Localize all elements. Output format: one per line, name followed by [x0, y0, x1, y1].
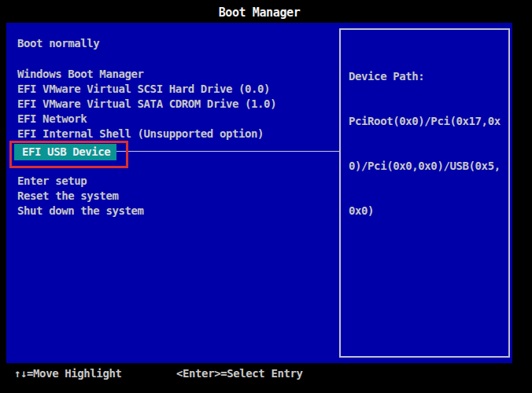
menu-item-efi-internal-shell[interactable]: EFI Internal Shell (Unsupported option) — [17, 128, 264, 140]
move-highlight-hint: ↑↓=Move Highlight — [14, 367, 122, 380]
device-path-label: Device Path: — [349, 69, 501, 84]
boot-manager-screen: Boot normally Windows Boot Manager EFI V… — [6, 23, 512, 363]
menu-item-efi-sata-cdrom-drive[interactable]: EFI VMware Virtual SATA CDROM Drive (1.0… — [17, 98, 276, 110]
menu-item-efi-network[interactable]: EFI Network — [17, 113, 87, 125]
menu-separator-line — [116, 151, 339, 152]
menu-item-windows-boot-manager[interactable]: Windows Boot Manager — [17, 68, 144, 80]
menu-item-efi-scsi-hard-drive[interactable]: EFI VMware Virtual SCSI Hard Drive (0.0) — [17, 83, 270, 95]
menu-item-reset-system[interactable]: Reset the system — [17, 190, 118, 202]
device-path-line: 0)/Pci(0x0,0x0)/USB(0x5, — [349, 159, 501, 174]
device-path-line: PciRoot(0x0)/Pci(0x17,0x — [349, 114, 501, 129]
footer-hint-bar: ↑↓=Move Highlight <Enter>=Select Entry — [0, 367, 532, 383]
select-entry-hint: <Enter>=Select Entry — [176, 367, 303, 380]
menu-item-boot-normally[interactable]: Boot normally — [17, 38, 99, 50]
menu-item-shutdown-system[interactable]: Shut down the system — [17, 205, 144, 217]
device-path-panel: Device Path: PciRoot(0x0)/Pci(0x17,0x 0)… — [339, 28, 510, 358]
device-path-line: 0x0) — [349, 204, 501, 219]
menu-item-efi-usb-device-selected[interactable]: EFI USB Device — [14, 144, 116, 160]
menu-item-enter-setup[interactable]: Enter setup — [17, 175, 87, 187]
page-title: Boot Manager — [6, 6, 512, 20]
